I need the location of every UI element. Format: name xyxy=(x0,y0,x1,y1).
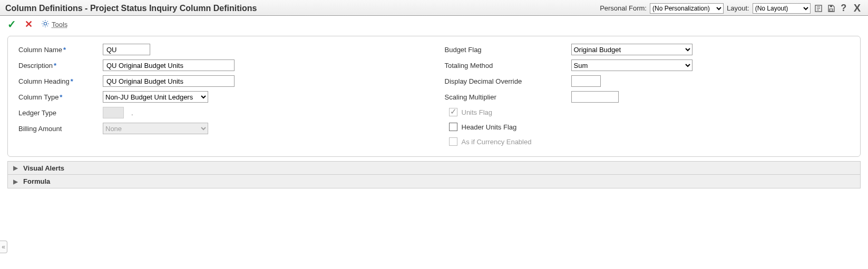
scaling-multiplier-input[interactable] xyxy=(571,91,619,103)
column-name-label: Column Name xyxy=(18,46,62,54)
scaling-multiplier-label: Scaling Multiplier xyxy=(445,93,496,101)
chevron-right-icon: ▶ xyxy=(13,164,18,172)
personal-form-label: Personal Form: xyxy=(600,4,647,12)
layout-select[interactable]: (No Layout) xyxy=(753,3,811,14)
tools-label: Tools xyxy=(52,21,67,28)
as-if-currency-label: As if Currency Enabled xyxy=(462,138,532,146)
ledger-type-input xyxy=(103,107,124,118)
cancel-icon[interactable]: ✕ xyxy=(25,18,33,30)
form-panel: Column Name* Description* Column Heading… xyxy=(7,36,861,157)
form-left-column: Column Name* Description* Column Heading… xyxy=(18,42,424,149)
as-if-currency-checkbox xyxy=(449,137,457,146)
display-decimal-override-label: Display Decimal Override xyxy=(445,77,522,85)
totaling-method-label: Totaling Method xyxy=(445,62,493,69)
header-units-flag-label: Header Units Flag xyxy=(462,123,517,131)
visual-alerts-title: Visual Alerts xyxy=(23,164,64,172)
billing-amount-select: None xyxy=(103,123,208,134)
units-flag-label: Units Flag xyxy=(462,108,493,116)
column-type-select[interactable]: Non-JU Budget Unit Ledgers xyxy=(103,91,208,103)
section-formula[interactable]: ▶ Formula xyxy=(7,175,861,188)
header-units-flag-checkbox[interactable] xyxy=(449,123,457,131)
budget-flag-label: Budget Flag xyxy=(445,46,482,54)
svg-rect-1 xyxy=(830,9,833,11)
description-input[interactable] xyxy=(103,59,235,71)
form-right-column: Budget Flag Original Budget Totaling Met… xyxy=(445,42,850,149)
svg-rect-2 xyxy=(830,5,832,7)
page-title: Column Definitions - Project Status Inqu… xyxy=(5,4,257,13)
billing-amount-label: Billing Amount xyxy=(18,125,62,133)
display-decimal-override-input[interactable] xyxy=(571,75,601,87)
column-type-label: Column Type xyxy=(18,93,58,101)
formula-title: Formula xyxy=(23,177,50,185)
column-name-input[interactable] xyxy=(103,44,150,55)
panel-expand-handle[interactable]: « xyxy=(0,241,7,253)
tools-menu[interactable]: Tools xyxy=(41,19,67,29)
toolbar: ✓ ✕ Tools xyxy=(0,16,868,33)
save-icon[interactable] xyxy=(826,4,836,13)
column-heading-input[interactable] xyxy=(103,75,235,87)
chevron-right-icon: ▶ xyxy=(13,178,18,185)
layout-label: Layout: xyxy=(727,4,749,12)
gear-icon xyxy=(41,19,50,29)
help-icon[interactable]: ? xyxy=(839,4,849,13)
close-icon[interactable]: X xyxy=(852,2,863,14)
ledger-type-dot: . xyxy=(129,109,133,117)
ledger-type-label: Ledger Type xyxy=(18,109,56,117)
title-bar: Column Definitions - Project Status Inqu… xyxy=(0,0,868,16)
totaling-method-select[interactable]: Sum xyxy=(571,59,693,71)
budget-flag-select[interactable]: Original Budget xyxy=(571,44,693,55)
units-flag-checkbox xyxy=(449,108,457,116)
ok-icon[interactable]: ✓ xyxy=(7,18,16,31)
description-label: Description xyxy=(18,62,53,69)
section-visual-alerts[interactable]: ▶ Visual Alerts xyxy=(7,161,861,175)
column-heading-label: Column Heading xyxy=(18,77,70,85)
personal-form-select[interactable]: (No Personalization) xyxy=(650,3,724,14)
export-icon[interactable] xyxy=(814,4,823,13)
